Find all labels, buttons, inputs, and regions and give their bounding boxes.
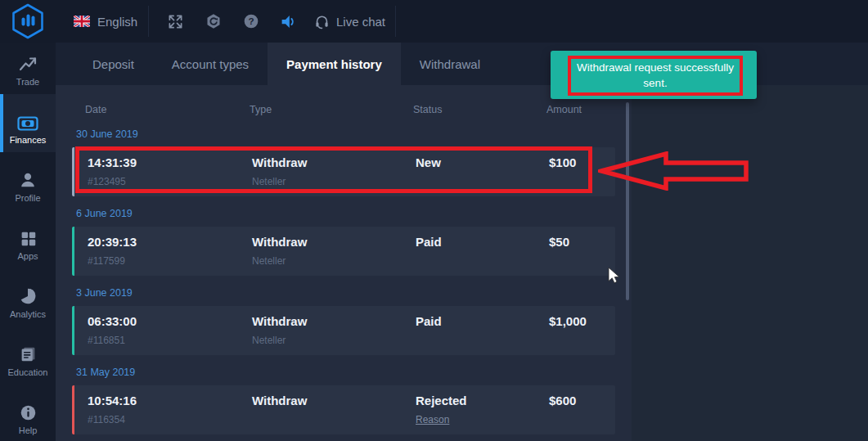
help-info-icon <box>20 404 37 421</box>
column-header-status: Status <box>413 104 442 115</box>
row-cell: Withdraw <box>252 394 307 408</box>
row-subtext: Neteller <box>252 256 307 266</box>
row-cell: Paid <box>416 315 442 329</box>
right-background <box>632 85 868 441</box>
toast-annotation-box: Withdrawal request successfully sent. <box>568 56 743 96</box>
payment-row[interactable]: 06:33:00#116851WithdrawNetellerPaid$1,00… <box>72 306 615 355</box>
app-logo[interactable] <box>9 3 47 39</box>
headset-icon <box>314 14 330 29</box>
sidebar-item-analytics[interactable]: Analytics <box>0 268 56 326</box>
sidebar-item-label: Apps <box>17 252 38 261</box>
apps-grid-icon <box>20 230 37 247</box>
row-cell: 06:33:00#116851 <box>88 315 137 345</box>
row-cell: New <box>416 156 441 170</box>
topbar-icons: ? <box>167 0 297 43</box>
success-toast: Withdrawal request successfully sent. <box>551 51 757 99</box>
column-header-amount: Amount <box>546 104 582 115</box>
language-label: English <box>97 15 137 29</box>
payment-groups: 30 June 201914:31:39#123495WithdrawNetel… <box>56 128 632 434</box>
tab-withdrawal[interactable]: Withdrawal <box>401 43 499 85</box>
tab-account-types[interactable]: Account types <box>153 43 268 85</box>
date-group-label: 30 June 2019 <box>76 128 632 141</box>
row-subtext: #123495 <box>88 177 137 187</box>
live-chat-label: Live chat <box>336 15 385 29</box>
date-group: 3 June 201906:33:00#116851WithdrawNetell… <box>56 287 632 355</box>
vertical-scrollbar[interactable] <box>626 102 629 300</box>
row-cell: WithdrawNeteller <box>252 236 307 266</box>
sound-icon[interactable] <box>280 13 297 30</box>
row-subtext: #117599 <box>88 256 137 266</box>
row-cell: 14:31:39#123495 <box>88 156 137 187</box>
date-group-label: 3 June 2019 <box>76 287 632 299</box>
payment-row[interactable]: 14:31:39#123495WithdrawNetellerNew$100 <box>72 147 615 196</box>
row-cell: $1,000 <box>549 315 587 329</box>
row-cell: RejectedReason <box>416 394 467 425</box>
language-selector[interactable]: English <box>74 0 137 43</box>
row-cell: 20:39:13#117599 <box>88 236 137 266</box>
sidebar-item-label: Profile <box>15 194 40 203</box>
row-cell: 10:54:16#116354 <box>88 394 137 425</box>
column-header-date: Date <box>85 104 106 115</box>
reason-link[interactable]: Reason <box>416 415 467 425</box>
sidebar-item-label: Education <box>8 368 48 377</box>
live-chat-button[interactable]: Live chat <box>314 0 385 43</box>
sidebar-item-trade[interactable]: Trade <box>0 43 56 94</box>
topbar: English ? <box>0 0 868 43</box>
payment-row[interactable]: 10:54:16#116354WithdrawRejectedReason$60… <box>72 385 615 434</box>
row-cell: $100 <box>549 156 576 170</box>
row-subtext: Neteller <box>252 335 307 345</box>
sidebar-item-finances[interactable]: Finances <box>0 94 56 152</box>
promo-hexagon-icon[interactable] <box>205 13 222 30</box>
uk-flag-icon <box>74 16 90 27</box>
row-subtext: Neteller <box>252 177 307 187</box>
table-header: Date Type Status Amount <box>56 104 632 117</box>
tab-payment-history[interactable]: Payment history <box>268 43 401 85</box>
date-group-label: 6 June 2019 <box>76 208 632 220</box>
sidebar-item-education[interactable]: Education <box>0 326 56 385</box>
row-subtext: #116851 <box>88 335 137 345</box>
education-book-icon <box>20 345 37 363</box>
sidebar-item-label: Trade <box>16 78 39 87</box>
sidebar-item-apps[interactable]: Apps <box>0 210 56 268</box>
row-cell: WithdrawNeteller <box>252 156 307 187</box>
row-subtext: #116354 <box>88 415 137 425</box>
date-group: 30 June 201914:31:39#123495WithdrawNetel… <box>56 128 632 196</box>
sidebar-item-help[interactable]: Help <box>0 385 56 441</box>
sidebar-item-profile[interactable]: Profile <box>0 152 56 210</box>
profile-person-icon <box>19 171 37 189</box>
trade-trending-up-icon <box>18 55 38 73</box>
row-cell: $600 <box>549 394 576 408</box>
topbar-divider <box>395 6 396 37</box>
logo-hexagon-icon <box>9 3 47 39</box>
sidebar-item-label: Finances <box>10 136 47 145</box>
sidebar-item-label: Analytics <box>10 310 46 319</box>
topbar-divider <box>148 6 149 37</box>
finances-banknote-icon <box>17 116 38 131</box>
fullscreen-icon[interactable] <box>167 13 184 30</box>
sidebar: Trade Finances Profile <box>0 43 56 441</box>
payment-row[interactable]: 20:39:13#117599WithdrawNetellerPaid$50 <box>72 227 615 276</box>
date-group-label: 31 May 2019 <box>76 367 632 379</box>
row-cell: $50 <box>549 236 569 250</box>
row-cell: Paid <box>416 236 442 250</box>
row-cell: WithdrawNeteller <box>252 315 307 345</box>
analytics-pie-chart-icon <box>19 287 37 305</box>
help-circle-icon[interactable]: ? <box>242 13 259 30</box>
date-group: 6 June 201920:39:13#117599WithdrawNetell… <box>56 208 632 276</box>
tab-deposit[interactable]: Deposit <box>74 43 153 85</box>
column-header-type: Type <box>250 104 272 115</box>
toast-message: Withdrawal request successfully sent. <box>574 61 736 90</box>
payment-history-panel: Date Type Status Amount 30 June 201914:3… <box>56 85 632 441</box>
svg-text:?: ? <box>248 16 254 26</box>
sidebar-item-label: Help <box>19 426 38 435</box>
date-group: 31 May 201910:54:16#116354WithdrawReject… <box>56 367 632 434</box>
